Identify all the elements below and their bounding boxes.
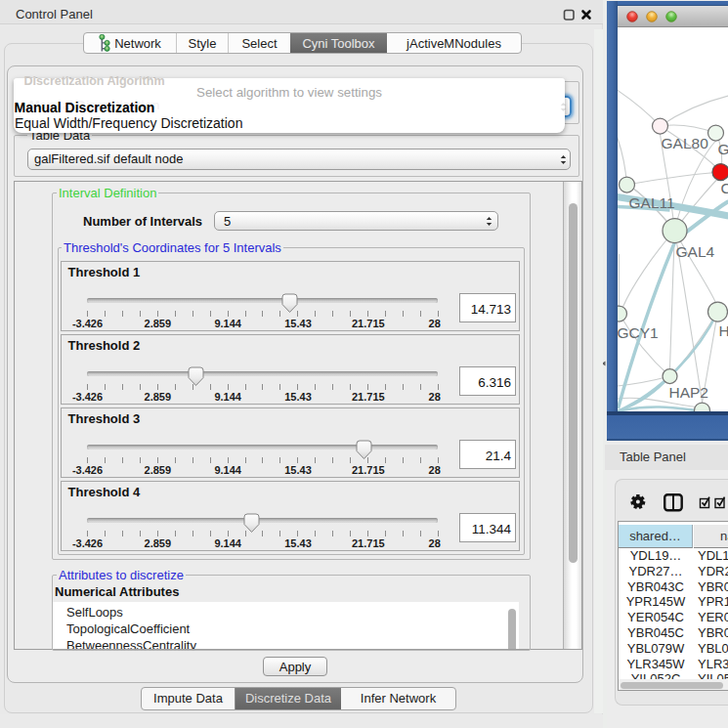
svg-text:GAL80: GAL80 [661, 135, 708, 151]
svg-text:GAL4: GAL4 [675, 243, 714, 260]
svg-text:GA: GA [717, 141, 728, 157]
svg-text:GAL11: GAL11 [628, 194, 674, 211]
svg-text:C: C [720, 180, 728, 196]
svg-text:H: H [718, 322, 728, 339]
svg-text:GCY1: GCY1 [618, 324, 659, 341]
svg-text:HAP2: HAP2 [668, 384, 708, 401]
